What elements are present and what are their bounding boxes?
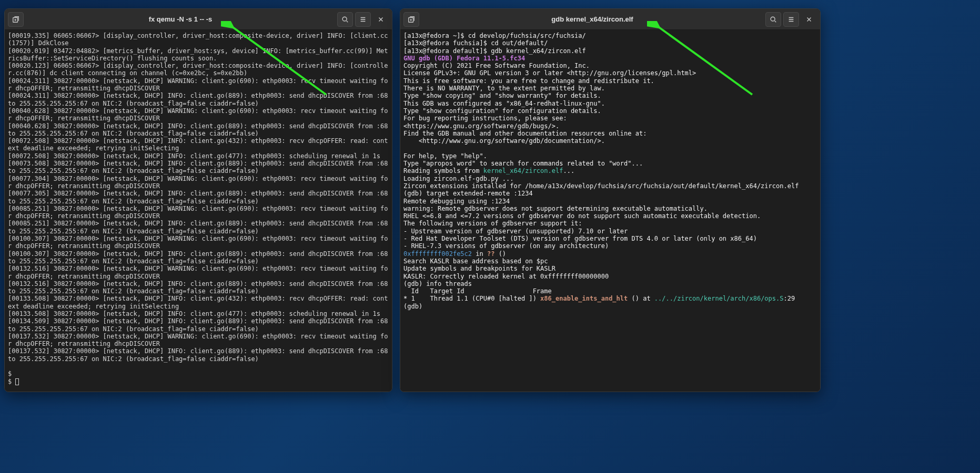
terminal-line: [00040.628] 30827:00000> [netstack, DHCP… (8, 107, 388, 122)
terminal-segment: (gdb) target extended-remote :1234 (403, 190, 533, 197)
terminal-line: [00100.307] 30827:00000> [netstack, DHCP… (8, 235, 388, 250)
terminal-segment: There is NO WARRANTY, to the extent perm… (403, 85, 605, 92)
terminal-segment: kernel_x64/zircon.elf (483, 167, 563, 174)
terminal-segment: Id Target Id Frame (403, 287, 552, 295)
terminal-segment: ?? (487, 250, 494, 258)
terminal-segment: Zircon extensions installed for /home/a1… (403, 182, 799, 190)
terminal-segment: - RHEL-7.3 versions of gdbserver (on any… (403, 242, 609, 250)
terminal-segment: GNU gdb (GDB) Fedora 11.1-5.fc34 (403, 55, 525, 62)
terminal-line: [00020.123] 06065:06067> [display_contro… (8, 62, 388, 77)
terminal-segment: For bug reporting instructions, please s… (403, 115, 567, 122)
terminal-output-left[interactable]: [00019.335] 06065:06067> [display_contro… (5, 30, 392, 392)
terminal-window-gdb: gdb kernel_x64/zircon.elf [a13x@fedora ~… (400, 8, 821, 392)
hamburger-icon (787, 16, 795, 23)
terminal-line: [00085.251] 30827:00000> [netstack, DHCP… (8, 220, 392, 234)
terminal-segment: Type "show copying" and "show warranty" … (403, 92, 601, 99)
cursor (15, 378, 19, 385)
terminal-segment: - Red Hat Developer Toolset (DTS) versio… (403, 235, 757, 242)
terminal-segment: <https://www.gnu.org/software/gdb/bugs/>… (403, 122, 559, 130)
terminal-line: [00072.508] 30827:00000> [netstack, DHCP… (8, 152, 380, 160)
close-icon (377, 16, 385, 23)
new-tab-button-right[interactable] (403, 12, 419, 27)
search-button-left[interactable] (337, 12, 353, 27)
terminal-segment: Type "apropos word" to search for comman… (403, 160, 643, 167)
terminal-segment: :29 (783, 295, 795, 302)
svg-point-1 (342, 17, 347, 21)
terminal-segment: - Upstream version of gdbserver (unsuppo… (403, 228, 628, 235)
terminal-line: [00100.307] 30827:00000> [netstack, DHCP… (8, 250, 392, 265)
close-button-right[interactable] (801, 12, 817, 27)
terminal-segment: Loading zircon.elf-gdb.py ... (403, 175, 514, 182)
search-icon (341, 16, 349, 23)
close-button-left[interactable] (373, 12, 389, 27)
terminal-line: [00132.516] 30827:00000> [netstack, DHCP… (8, 265, 388, 280)
terminal-segment: () at (628, 295, 654, 302)
window-title-left: fx qemu -N -s 1 -- -s (27, 15, 334, 23)
terminal-segment: [a13x@fedora ~]$ cd develop/fuchsia/src/… (403, 32, 586, 39)
terminal-segment: 0xffffffff002fe5c2 (403, 250, 472, 258)
terminal-segment: <http://www.gnu.org/software/gdb/documen… (403, 137, 605, 145)
terminal-segment: RHEL <=6.8 and <=7.2 versions of gdbserv… (403, 212, 761, 220)
terminal-segment: Reading symbols from (403, 167, 483, 174)
terminal-segment: This GDB was configured as "x86_64-redha… (403, 100, 605, 107)
terminal-segment: The following versions of gdbserver supp… (403, 220, 582, 227)
new-tab-icon (12, 16, 19, 23)
terminal-line: [00134.509] 30827:00000> [netstack, DHCP… (8, 317, 392, 332)
terminal-segment: This is free software: you are free to c… (403, 77, 654, 85)
window-title-right: gdb kernel_x64/zircon.elf (422, 15, 762, 23)
terminal-segment: ... (563, 167, 574, 174)
terminal-line: [00024.311] 30827:00000> [netstack, DHCP… (8, 77, 388, 92)
terminal-line: [00073.508] 30827:00000> [netstack, DHCP… (8, 160, 392, 174)
terminal-line: [00020.019] 03472:04882> [metrics_buffer… (8, 47, 388, 62)
terminal-segment: For help, type "help". (403, 152, 487, 160)
terminal-line: [00133.508] 30827:00000> [netstack, DHCP… (8, 310, 380, 317)
menu-button-left[interactable] (355, 12, 371, 27)
terminal-segment: () (494, 250, 506, 258)
hamburger-icon (359, 16, 367, 23)
new-tab-button[interactable] (8, 12, 24, 27)
terminal-segment: License GPLv3+: GNU GPL version 3 or lat… (403, 69, 696, 77)
terminal-line: [00085.251] 30827:00000> [netstack, DHCP… (8, 205, 388, 220)
search-icon (770, 16, 777, 23)
titlebar-left: fx qemu -N -s 1 -- -s (5, 9, 392, 30)
titlebar-right: gdb kernel_x64/zircon.elf (400, 9, 820, 30)
terminal-line: [00077.305] 30827:00000> [netstack, DHCP… (8, 190, 392, 204)
terminal-line: [00072.508] 30827:00000> [netstack, DHCP… (8, 137, 388, 152)
menu-button-right[interactable] (783, 12, 799, 27)
new-tab-icon (408, 16, 415, 23)
terminal-segment: in (472, 250, 487, 258)
close-icon (805, 16, 813, 23)
terminal-segment: warning: Remote gdbserver does not suppo… (403, 205, 708, 212)
terminal-window-qemu: fx qemu -N -s 1 -- -s [00019.335] 06065:… (4, 8, 392, 392)
terminal-line: [00024.311] 30827:00000> [netstack, DHCP… (8, 92, 392, 107)
terminal-line: [00040.628] 30827:00000> [netstack, DHCP… (8, 122, 392, 137)
terminal-line: [00019.335] 06065:06067> [display_contro… (8, 32, 388, 47)
terminal-segment: Find the GDB manual and other documentat… (403, 130, 646, 137)
terminal-segment: Copyright (C) 2021 Free Software Foundat… (403, 62, 590, 69)
terminal-segment: ../../zircon/kernel/arch/x86/ops.S (654, 295, 784, 302)
terminal-segment: (gdb) (403, 303, 426, 310)
terminal-line: [00077.304] 30827:00000> [netstack, DHCP… (8, 175, 388, 190)
terminal-segment: Update symbols and breakpoints for KASLR (403, 265, 555, 272)
terminal-segment: Remote debugging using :1234 (403, 198, 510, 205)
terminal-segment: x86_enable_ints_and_hlt (540, 295, 628, 302)
search-button-right[interactable] (765, 12, 781, 27)
terminal-segment: [a13x@fedora fuchsia]$ cd out/default/ (403, 39, 548, 47)
terminal-line: [00137.532] 30827:00000> [netstack, DHCP… (8, 333, 388, 347)
terminal-segment: [a13x@fedora default]$ gdb kernel_x64/zi… (403, 47, 586, 55)
terminal-segment: KASLR: Correctly reloaded kernel at 0xff… (403, 273, 609, 280)
terminal-segment: * 1 Thread 1.1 (CPU#0 [halted ]) (403, 295, 540, 302)
terminal-line: [00133.508] 30827:00000> [netstack, DHCP… (8, 295, 388, 310)
terminal-line: $ (8, 370, 12, 377)
terminal-segment: Search KASLR base address based on $pc (403, 258, 548, 265)
terminal-segment: Type "show configuration" for configurat… (403, 107, 601, 115)
terminal-line: [00137.532] 30827:00000> [netstack, DHCP… (8, 347, 392, 362)
terminal-line: $ (8, 378, 15, 385)
terminal-line: [00132.516] 30827:00000> [netstack, DHCP… (8, 280, 392, 295)
svg-point-3 (771, 17, 775, 21)
terminal-segment: (gdb) info threads (403, 280, 472, 287)
terminal-output-right[interactable]: [a13x@fedora ~]$ cd develop/fuchsia/src/… (400, 30, 820, 392)
